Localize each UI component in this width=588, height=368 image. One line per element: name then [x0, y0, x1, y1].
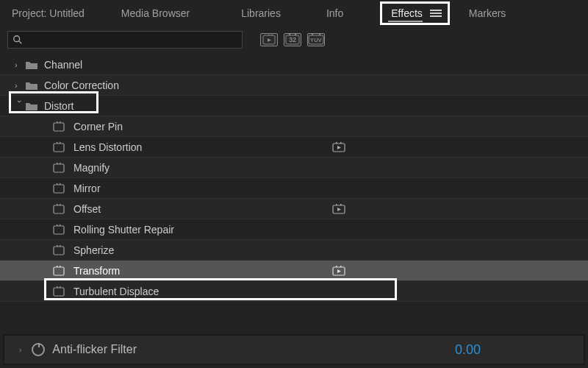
effects-search-input[interactable] [26, 35, 237, 46]
svg-rect-50 [60, 286, 61, 288]
svg-rect-32 [336, 204, 337, 205]
effect-lens-distortion[interactable]: Lens Distortion [0, 137, 588, 158]
effect-icon [53, 224, 68, 235]
svg-rect-27 [60, 183, 61, 185]
panel-tab-bar: Project: Untitled Media Browser Librarie… [0, 0, 588, 26]
effect-transform[interactable]: Transform [0, 261, 588, 281]
effect-icon [53, 286, 68, 297]
svg-rect-48 [54, 288, 64, 296]
folder-icon [25, 80, 40, 91]
filter-yuv-icon[interactable]: YUV [307, 33, 325, 46]
effect-magnify[interactable]: Magnify [0, 158, 588, 178]
chevron-right-icon: › [15, 81, 25, 90]
svg-rect-28 [54, 205, 64, 213]
svg-rect-25 [54, 185, 64, 193]
effect-type-filters: 32 YUV [260, 33, 325, 46]
effect-label: Rolling Shutter Repair [74, 224, 174, 236]
tab-libraries[interactable]: Libraries [226, 1, 295, 25]
svg-rect-39 [57, 245, 58, 247]
svg-rect-36 [57, 224, 58, 226]
effect-turbulent-displace[interactable]: Turbulent Displace [0, 281, 588, 302]
svg-rect-13 [57, 121, 58, 123]
effect-label: Spherize [74, 244, 114, 256]
effect-spherize[interactable]: Spherize [0, 240, 588, 261]
svg-marker-34 [337, 208, 341, 211]
svg-rect-42 [57, 266, 58, 267]
property-value[interactable]: 0.00 [455, 342, 481, 358]
effect-label: Turbulent Displace [74, 286, 159, 297]
effect-icon [53, 266, 68, 276]
tab-media-browser[interactable]: Media Browser [107, 1, 204, 25]
tab-project[interactable]: Project: Untitled [7, 1, 107, 25]
svg-rect-35 [54, 226, 64, 234]
svg-rect-40 [60, 245, 61, 247]
svg-rect-16 [57, 142, 58, 144]
effect-icon [53, 204, 68, 214]
effect-label: Lens Distortion [74, 141, 142, 153]
effect-rolling-shutter-repair[interactable]: Rolling Shutter Repair [0, 219, 588, 240]
property-label: Anti-flicker Filter [52, 343, 137, 356]
tab-markers[interactable]: Markers [454, 1, 521, 25]
filter-yuv-label: YUV [310, 38, 322, 43]
tree-folder-label: Distort [44, 100, 74, 112]
tab-info[interactable]: Info [312, 1, 358, 25]
svg-rect-26 [57, 183, 58, 185]
svg-rect-33 [340, 204, 342, 205]
svg-rect-20 [340, 142, 342, 144]
effect-accelerated-badge-icon [332, 266, 345, 276]
svg-rect-7 [289, 34, 290, 35]
chevron-right-icon: › [15, 60, 25, 69]
svg-rect-29 [57, 204, 58, 205]
svg-marker-47 [337, 269, 341, 273]
tree-folder-distort[interactable]: › Distort [0, 96, 588, 116]
effect-label: Corner Pin [74, 121, 123, 132]
effect-icon [53, 245, 68, 255]
effect-icon [53, 183, 68, 194]
svg-rect-38 [54, 247, 64, 255]
effects-toolbar: 32 YUV [0, 26, 588, 53]
filter-32bit-label: 32 [289, 36, 296, 43]
svg-rect-19 [336, 142, 337, 144]
tree-folder-channel[interactable]: › Channel [0, 54, 588, 75]
svg-rect-3 [268, 35, 270, 35]
anti-flicker-dial-icon[interactable] [32, 343, 45, 356]
svg-marker-21 [337, 146, 341, 149]
effect-accelerated-badge-icon [332, 142, 345, 152]
svg-rect-46 [340, 266, 342, 267]
svg-rect-23 [57, 163, 58, 164]
folder-icon [25, 101, 40, 111]
effect-mirror[interactable]: Mirror [0, 178, 588, 199]
svg-rect-4 [271, 35, 273, 35]
effect-offset[interactable]: Offset [0, 199, 588, 219]
effect-label: Offset [74, 203, 101, 215]
effect-corner-pin[interactable]: Corner Pin [0, 116, 588, 137]
effect-icon [53, 163, 68, 173]
svg-rect-15 [54, 144, 64, 152]
effect-label: Mirror [74, 183, 101, 194]
panel-menu-icon[interactable] [430, 8, 442, 18]
effects-tree: › Channel › Color Correction › Distort C… [0, 54, 588, 302]
tab-effects-active-highlight: Effects [380, 1, 450, 25]
effect-controls-row: › Anti-flicker Filter 0.00 [3, 334, 585, 365]
tree-folder-label: Color Correction [44, 79, 119, 91]
svg-rect-14 [60, 121, 61, 123]
filter-32bit-icon[interactable]: 32 [284, 33, 301, 46]
svg-rect-8 [295, 34, 296, 35]
tree-folder-color-correction[interactable]: › Color Correction [0, 75, 588, 96]
effects-search-box[interactable] [7, 31, 243, 49]
svg-rect-10 [312, 34, 313, 35]
effect-label: Transform [74, 265, 120, 277]
svg-rect-17 [60, 142, 61, 144]
effect-accelerated-badge-icon [332, 204, 345, 214]
chevron-right-icon[interactable]: › [19, 346, 21, 354]
svg-rect-37 [60, 224, 61, 226]
svg-line-1 [19, 41, 22, 44]
svg-rect-43 [60, 266, 61, 267]
svg-marker-5 [268, 38, 271, 42]
folder-icon [25, 60, 40, 70]
filter-accelerated-icon[interactable] [260, 33, 278, 46]
effect-icon [53, 142, 68, 152]
svg-rect-41 [54, 267, 64, 275]
tab-effects[interactable]: Effects [382, 4, 429, 22]
svg-rect-12 [54, 123, 64, 131]
